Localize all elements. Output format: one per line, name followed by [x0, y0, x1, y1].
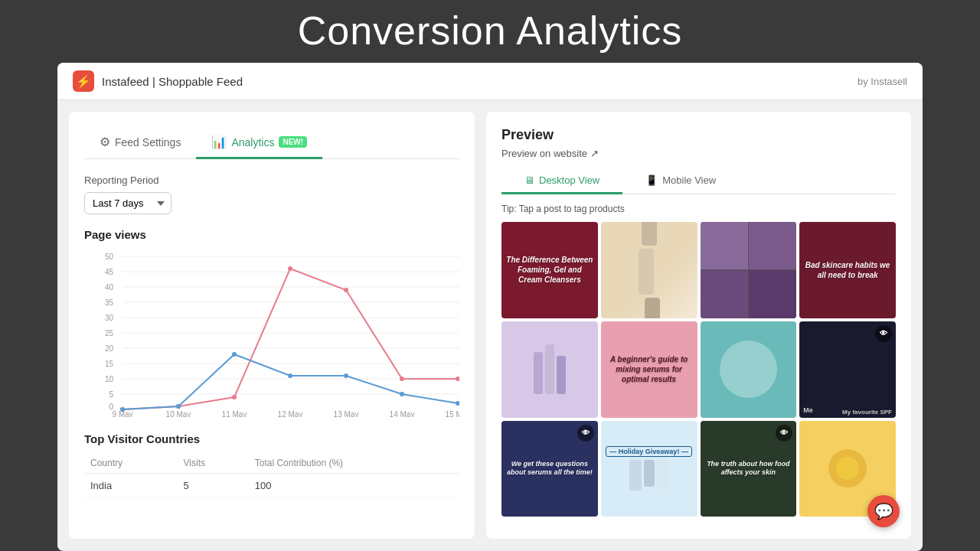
overlay-icon-8: 👁	[875, 325, 892, 342]
reporting-section: Reporting Period Last 7 days Last 30 day…	[84, 174, 459, 214]
tab-desktop-view[interactable]: 🖥 Desktop View	[501, 168, 622, 194]
reporting-label: Reporting Period	[84, 174, 459, 186]
app-header-byline: by Instasell	[858, 76, 907, 87]
grid-item-8[interactable]: Me My favourite SPF 👁	[799, 321, 896, 418]
grid-item-11-text: The truth about how food affects your sk…	[701, 455, 797, 482]
view-tab-bar: 🖥 Desktop View 📱 Mobile View	[501, 168, 896, 194]
grid-item-10[interactable]: — Holiday Giveaway! —	[601, 421, 697, 517]
left-panel: ⚙ Feed Settings 📊 Analytics NEW! Reporti…	[69, 112, 475, 539]
svg-text:12 May: 12 May	[278, 410, 303, 417]
col-visits: Visits	[178, 453, 249, 474]
grid-item-7[interactable]	[701, 321, 797, 418]
cell-visits: 5	[178, 474, 249, 498]
tab-analytics[interactable]: 📊 Analytics NEW!	[196, 127, 322, 159]
svg-text:35: 35	[105, 298, 114, 307]
grid-item-4[interactable]: Bad skincare habits we all need to break	[799, 222, 896, 318]
mobile-icon: 📱	[645, 174, 658, 186]
app-logo-icon: ⚡	[73, 70, 94, 92]
svg-point-27	[456, 377, 459, 381]
tab-mobile-view[interactable]: 📱 Mobile View	[622, 168, 739, 194]
col-country: Country	[84, 453, 178, 474]
svg-text:45: 45	[105, 268, 114, 276]
app-body: ⚙ Feed Settings 📊 Analytics NEW! Reporti…	[57, 100, 923, 550]
col-contribution: Total Contribution (%)	[249, 453, 459, 474]
svg-text:10: 10	[105, 375, 114, 383]
app-header: ⚡ Instafeed | Shoppable Feed by Instasel…	[57, 63, 923, 100]
chat-button[interactable]: 💬	[867, 495, 900, 527]
preview-website-link[interactable]: Preview on website ↗	[501, 148, 896, 159]
svg-text:40: 40	[105, 283, 114, 292]
app-header-left: ⚡ Instafeed | Shoppable Feed	[73, 70, 243, 92]
svg-text:14 May: 14 May	[390, 410, 415, 417]
svg-point-29	[176, 404, 181, 409]
tab-bar: ⚙ Feed Settings 📊 Analytics NEW!	[84, 127, 459, 159]
preview-title: Preview	[501, 127, 896, 143]
svg-text:20: 20	[105, 344, 114, 353]
svg-point-24	[288, 266, 292, 271]
grid-item-1-text: The Difference Between Foaming, Gel and …	[501, 250, 598, 289]
grid-item-2[interactable]	[601, 222, 697, 318]
overlay-icon-11: 👁	[776, 425, 792, 442]
grid-item-5[interactable]	[501, 321, 598, 418]
chart-section: Page views 5	[84, 228, 459, 417]
svg-text:15: 15	[105, 360, 114, 368]
grid-item-11[interactable]: The truth about how food affects your sk…	[701, 421, 797, 517]
svg-text:5: 5	[109, 390, 113, 399]
cell-country: India	[84, 474, 178, 498]
svg-point-26	[400, 377, 404, 381]
svg-text:25: 25	[105, 329, 114, 337]
svg-point-33	[400, 392, 404, 396]
svg-point-34	[456, 401, 459, 406]
svg-text:9 May: 9 May	[112, 410, 132, 417]
grid-item-1[interactable]: The Difference Between Foaming, Gel and …	[501, 222, 598, 318]
overlay-icon-9: 👁	[577, 425, 594, 442]
grid-item-6[interactable]: A beginner's guide to mixing serums for …	[601, 321, 697, 418]
table-section: Top Visitor Countries Country Visits Tot…	[84, 432, 459, 498]
svg-text:13 May: 13 May	[334, 410, 359, 417]
grid-item-6-text: A beginner's guide to mixing serums for …	[601, 350, 697, 389]
page-title: Conversion Analytics	[0, 0, 980, 63]
app-header-title: Instafeed | Shoppable Feed	[102, 75, 243, 88]
svg-text:30: 30	[105, 314, 114, 322]
right-panel: Preview Preview on website ↗ 🖥 Desktop V…	[486, 112, 911, 539]
svg-point-30	[232, 352, 237, 357]
image-grid: The Difference Between Foaming, Gel and …	[501, 222, 896, 517]
chart-container: 50 45 40 35 30 25 20 15 10 5 0	[84, 249, 459, 417]
svg-text:10 May: 10 May	[166, 410, 191, 417]
tip-text: Tip: Tap a post to tag products	[501, 204, 896, 214]
table-row: India 5 100	[84, 474, 459, 498]
svg-point-25	[344, 288, 348, 292]
grid-item-3[interactable]	[701, 222, 797, 318]
visitor-table: Country Visits Total Contribution (%) In…	[84, 453, 459, 498]
chart-icon: 📊	[211, 135, 227, 149]
svg-point-32	[344, 373, 348, 378]
period-select[interactable]: Last 7 days Last 30 days Last 90 days	[84, 192, 172, 214]
cell-contribution: 100	[249, 474, 459, 498]
chart-svg: 50 45 40 35 30 25 20 15 10 5 0	[84, 249, 459, 417]
chart-title: Page views	[84, 228, 459, 241]
settings-icon: ⚙	[100, 135, 110, 149]
grid-item-9-text: We get these questions about serums all …	[501, 455, 598, 482]
svg-text:11 May: 11 May	[222, 410, 247, 417]
grid-item-4-text: Bad skincare habits we all need to break	[799, 256, 896, 285]
svg-point-23	[232, 395, 237, 399]
svg-text:50: 50	[105, 253, 114, 261]
new-badge: NEW!	[279, 136, 307, 148]
tab-feed-settings[interactable]: ⚙ Feed Settings	[84, 127, 196, 159]
table-title: Top Visitor Countries	[84, 432, 459, 445]
svg-point-31	[288, 373, 292, 378]
app-shell: ⚡ Instafeed | Shoppable Feed by Instasel…	[57, 63, 923, 551]
grid-item-9[interactable]: We get these questions about serums all …	[501, 421, 598, 517]
desktop-icon: 🖥	[524, 174, 534, 186]
svg-text:15 May: 15 May	[446, 410, 459, 417]
